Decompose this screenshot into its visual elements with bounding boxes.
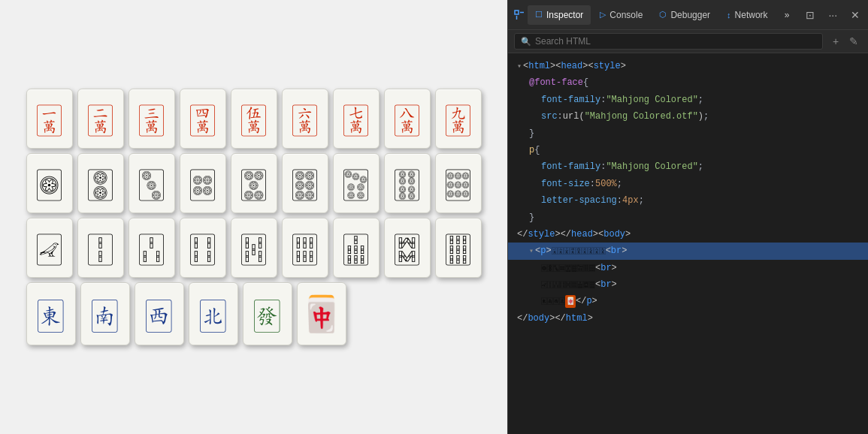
tab-console[interactable]: ▷ Console: [592, 5, 650, 25]
tile-north[interactable]: 🀃: [189, 282, 238, 345]
tile-east[interactable]: 🀀: [26, 282, 76, 345]
tree-line-html[interactable]: ▾ <html><head><style>: [508, 58, 868, 74]
tree-line-p-close[interactable]: }: [508, 209, 868, 226]
tab-network[interactable]: ↕ Network: [719, 5, 776, 25]
tab-more-button[interactable]: »: [777, 5, 797, 25]
expand-arrow[interactable]: ▾: [517, 60, 522, 73]
tile-9-man[interactable]: 🀏: [435, 89, 482, 149]
tree-line-font-close[interactable]: }: [508, 125, 868, 142]
tile-2-circle[interactable]: 🀚: [77, 153, 124, 213]
tile-1-bamboo[interactable]: 🀐: [26, 218, 73, 278]
tile-8-man[interactable]: 🀎: [384, 89, 431, 149]
inspect-element-button[interactable]: [514, 5, 525, 26]
tree-line-letter-spacing[interactable]: letter-spacing: 4px;: [508, 192, 868, 209]
svg-rect-0: [515, 11, 519, 14]
tab-network-label: Network: [735, 10, 768, 20]
tile-south[interactable]: 🀁: [80, 282, 130, 345]
screenshot-button[interactable]: ✎: [845, 33, 862, 50]
dock-button[interactable]: ⊡: [800, 5, 821, 26]
tile-8-bamboo[interactable]: 🀗: [384, 218, 431, 278]
tile-9-circle[interactable]: 🀡: [435, 153, 482, 213]
tile-5-man[interactable]: 🀋: [231, 89, 277, 149]
more-button[interactable]: ···: [822, 5, 843, 26]
tile-8-circle[interactable]: 🀠: [384, 153, 431, 213]
tile-9-bamboo[interactable]: 🀘: [435, 218, 482, 278]
tree-line-font-size[interactable]: font-size: 500%;: [508, 176, 868, 192]
html-tree: ▾ <html><head><style> @font-face { font-…: [508, 53, 868, 434]
tile-1-circle[interactable]: 🀙: [26, 153, 73, 213]
inspector-icon: ☐: [535, 10, 543, 20]
tile-4-circle[interactable]: 🀜: [180, 153, 226, 213]
tile-7-bamboo[interactable]: 🀖: [333, 218, 380, 278]
search-input-wrap: 🔍: [514, 33, 823, 50]
tree-line-circle-row[interactable]: 🀙🀚🀛🀜🀝🀞🀟🀠🀡<br>: [508, 260, 868, 276]
tree-line-style-close[interactable]: </style></head><body>: [508, 226, 868, 243]
network-icon: ↕: [727, 11, 731, 20]
tab-debugger[interactable]: ⬡ Debugger: [652, 5, 718, 25]
search-icon: 🔍: [521, 37, 531, 47]
tile-2-bamboo[interactable]: 🀑: [77, 218, 124, 278]
tile-3-bamboo[interactable]: 🀒: [129, 218, 175, 278]
tree-line-p-font-family[interactable]: font-family: "Mahjong Colored";: [508, 158, 868, 175]
debugger-icon: ⬡: [659, 10, 667, 20]
tile-5-circle[interactable]: 🀝: [231, 153, 277, 213]
bamboo-tile-row: 🀐 🀑 🀒 🀓 🀔 🀕 🀖 🀗 🀘: [26, 218, 482, 278]
tile-1-man[interactable]: 🀇: [26, 89, 73, 149]
tile-hatsu[interactable]: 🀅: [243, 282, 292, 345]
tile-3-man[interactable]: 🀉: [129, 89, 175, 149]
circle-tile-row: 🀙 🀚 🀛 🀜 🀝 🀞 🀟 🀠 🀡: [26, 153, 482, 213]
tree-line-p-content[interactable]: ▾ <p>🀇🀈🀉🀊🀋🀌🀍🀎🀏<br>: [508, 243, 868, 259]
tile-6-circle[interactable]: 🀞: [282, 153, 328, 213]
tile-4-bamboo[interactable]: 🀓: [180, 218, 226, 278]
tile-6-bamboo[interactable]: 🀕: [282, 218, 328, 278]
devtools-panel: ☐ Inspector ▷ Console ⬡ Debugger ↕ Netwo…: [507, 0, 868, 434]
tree-line-bamboo-row[interactable]: 🀐🀑🀒🀓🀔🀕🀖🀗🀘<br>: [508, 276, 868, 293]
search-input[interactable]: [535, 36, 816, 47]
tile-5-bamboo[interactable]: 🀔: [231, 218, 277, 278]
tile-3-circle[interactable]: 🀛: [129, 153, 175, 213]
tile-6-man[interactable]: 🀌: [282, 89, 328, 149]
tile-4-man[interactable]: 🀊: [180, 89, 226, 149]
tab-inspector[interactable]: ☐ Inspector: [528, 5, 591, 25]
tree-line-font-family[interactable]: font-family: "Mahjong Colored";: [508, 92, 868, 108]
devtools-tab-actions: ⊡ ··· ✕: [800, 5, 866, 26]
devtools-topbar: ☐ Inspector ▷ Console ⬡ Debugger ↕ Netwo…: [508, 0, 868, 30]
expand-arrow-p[interactable]: ▾: [529, 245, 534, 258]
tree-line-src[interactable]: src: url("Mahjong Colored.otf");: [508, 108, 868, 125]
search-actions: + ✎: [827, 33, 862, 50]
tree-line-p-open[interactable]: p {: [508, 142, 868, 158]
man-tile-row: 🀇 🀈 🀉 🀊 🀋 🀌 🀍 🀎 🀏: [26, 89, 482, 149]
tile-2-man[interactable]: 🀈: [77, 89, 124, 149]
tile-chun[interactable]: 🀄: [297, 282, 346, 345]
devtools-tabs: ☐ Inspector ▷ Console ⬡ Debugger ↕ Netwo…: [528, 5, 797, 25]
mahjong-display: 🀇 🀈 🀉 🀊 🀋 🀌 🀍 🀎 🀏 🀙 🀚 🀛 🀜 🀝 🀞 🀟 🀠 🀡 🀐: [0, 0, 507, 434]
tile-west[interactable]: 🀂: [135, 282, 184, 345]
add-node-button[interactable]: +: [827, 33, 844, 50]
tile-7-circle[interactable]: 🀟: [333, 153, 380, 213]
tab-inspector-label: Inspector: [546, 10, 583, 20]
search-bar: 🔍 + ✎: [508, 30, 868, 53]
console-icon: ▷: [600, 10, 606, 20]
tab-debugger-label: Debugger: [670, 10, 710, 20]
close-button[interactable]: ✕: [845, 5, 866, 26]
tree-line-honor-row[interactable]: 🀀🀁🀂🀃🀄</p>: [508, 293, 868, 309]
tree-line-font-face[interactable]: @font-face {: [508, 74, 868, 91]
tiles-grid: 🀇 🀈 🀉 🀊 🀋 🀌 🀍 🀎 🀏 🀙 🀚 🀛 🀜 🀝 🀞 🀟 🀠 🀡 🀐: [26, 89, 482, 345]
tile-7-man[interactable]: 🀍: [333, 89, 380, 149]
honor-tile-row: 🀀 🀁 🀂 🀃 🀅 🀄: [26, 282, 482, 345]
tab-console-label: Console: [609, 10, 643, 20]
tree-line-body-close[interactable]: </body></html>: [508, 310, 868, 327]
